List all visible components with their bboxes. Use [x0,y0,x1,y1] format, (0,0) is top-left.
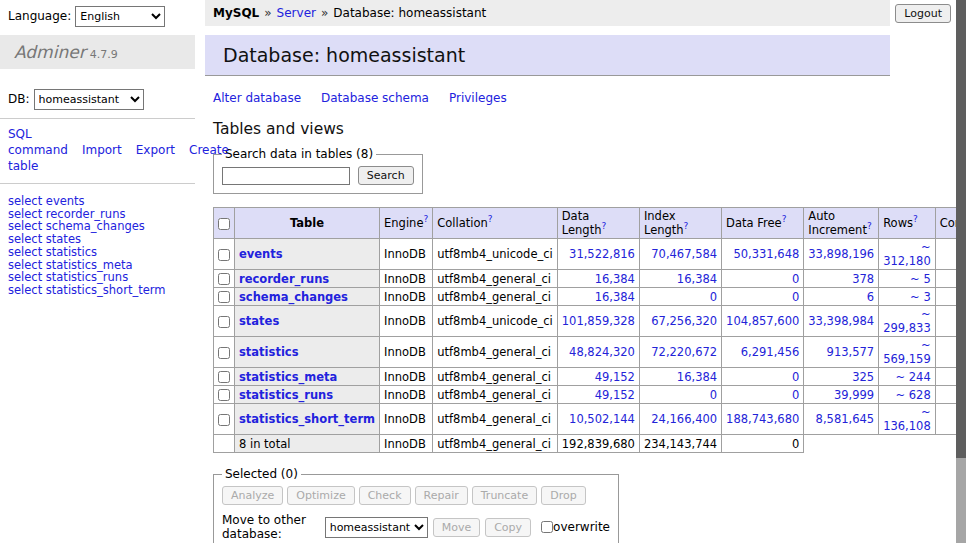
breadcrumb-server-link[interactable]: Server [277,6,316,20]
engine-cell: InnoDB [380,239,433,270]
index-length-cell: 16,384 [639,368,721,386]
help-link-icon[interactable]: ? [913,214,918,224]
sidebar-item-select-statistics-short-term[interactable]: select statistics_short_term [8,284,187,297]
table-name-link[interactable]: states [239,314,279,328]
row-checkbox[interactable] [218,414,230,426]
table-name-cell: statistics_short_term [235,404,380,435]
total-engine-cell: InnoDB [380,435,433,453]
table-name-link[interactable]: statistics [239,345,299,359]
help-link-icon[interactable]: ? [782,214,787,224]
row-checkbox-cell [214,288,235,306]
column-header-data-free: Data Free? [722,208,804,239]
search-input[interactable] [222,167,350,185]
data-free-cell: 0 [722,386,804,404]
move-database-select[interactable]: homeassistant [325,517,428,538]
select-all-checkbox[interactable] [218,218,230,230]
table-name-link[interactable]: schema_changes [239,290,348,304]
sidebar-item-select-events[interactable]: select events [8,195,187,208]
main-content: MySQL » Server » Database: homeassistant… [205,0,890,543]
auto-increment-cell: 6 [804,288,879,306]
sidebar-table-list: select events select recorder_runs selec… [0,184,195,307]
overwrite-label: overwrite [553,520,610,534]
sidebar-link-export[interactable]: Export [136,143,175,157]
auto-increment-cell: 8,581,645 [804,404,879,435]
row-checkbox[interactable] [218,347,230,359]
sidebar-link-import[interactable]: Import [82,143,122,157]
truncate-button[interactable]: Truncate [472,486,537,505]
logout-button[interactable]: Logout [895,4,951,23]
column-header-index-length: Index Length? [639,208,721,239]
data-length-cell: 16,384 [557,288,639,306]
row-checkbox[interactable] [218,371,230,383]
overwrite-checkbox[interactable] [541,521,553,533]
selected-fieldset: Selected (0) AnalyzeOptimizeCheckRepairT… [213,467,619,543]
table-name-link[interactable]: statistics_meta [239,370,337,384]
db-label: DB: [8,92,30,106]
total-row: 8 in totalInnoDButf8mb4_general_ci192,83… [214,435,966,453]
language-select[interactable]: English [75,6,165,27]
row-checkbox[interactable] [218,291,230,303]
repair-button[interactable]: Repair [415,486,468,505]
app-version: 4.7.9 [90,48,118,61]
sidebar-item-select-statistics[interactable]: select statistics [8,246,187,259]
collation-cell: utf8mb4_general_ci [433,386,558,404]
total-data-free-cell: 0 [722,435,804,453]
sidebar-link-sql-command[interactable]: SQL command [8,127,68,157]
move-button[interactable]: Move [433,518,481,537]
row-checkbox[interactable] [218,316,230,328]
collation-cell: utf8mb4_unicode_ci [433,239,558,270]
data-length-cell: 49,152 [557,386,639,404]
data-length-cell: 48,824,320 [557,337,639,368]
database-schema-link[interactable]: Database schema [321,91,429,105]
row-checkbox[interactable] [218,273,230,285]
sidebar-item-select-states[interactable]: select states [8,233,187,246]
help-link-icon[interactable]: ? [684,221,689,231]
index-length-cell: 16,384 [639,270,721,288]
row-checkbox-cell [214,337,235,368]
index-length-cell: 72,220,672 [639,337,721,368]
table-row: statistics_runsInnoDButf8mb4_general_ci4… [214,386,966,404]
alter-database-link[interactable]: Alter database [213,91,301,105]
table-name-link[interactable]: statistics_short_term [239,412,375,426]
row-checkbox[interactable] [218,249,230,261]
selected-buttons-row: AnalyzeOptimizeCheckRepairTruncateDrop [222,486,610,505]
help-link-icon[interactable]: ? [867,221,872,231]
vertical-scrollbar[interactable] [956,0,966,543]
data-free-cell: 0 [722,368,804,386]
move-row: Move to other database: homeassistant Mo… [222,513,610,541]
row-checkbox-cell [214,386,235,404]
table-name-link[interactable]: events [239,247,283,261]
app-name: Adminer [14,42,86,62]
index-length-cell: 24,166,400 [639,404,721,435]
data-length-cell: 16,384 [557,270,639,288]
data-free-cell: 0 [722,288,804,306]
drop-button[interactable]: Drop [541,486,585,505]
copy-button[interactable]: Copy [485,518,531,537]
collation-cell: utf8mb4_general_ci [433,288,558,306]
help-link-icon[interactable]: ? [423,214,428,224]
search-button[interactable]: Search [358,166,414,185]
database-nav-links: Alter databaseDatabase schemaPrivileges [213,91,890,105]
rows-count-cell: ~ 3 [879,288,936,306]
rows-count-cell: ~ 628 [879,386,936,404]
table-name-link[interactable]: recorder_runs [239,272,329,286]
data-length-cell: 10,502,144 [557,404,639,435]
privileges-link[interactable]: Privileges [449,91,507,105]
total-index-length-cell: 234,143,744 [639,435,721,453]
scrollbar-thumb[interactable] [956,0,966,458]
table-row: statesInnoDButf8mb4_unicode_ci101,859,32… [214,306,966,337]
breadcrumb-driver: MySQL [213,6,259,20]
engine-cell: InnoDB [380,306,433,337]
data-free-cell: 6,291,456 [722,337,804,368]
table-name-link[interactable]: statistics_runs [239,388,333,402]
engine-cell: InnoDB [380,368,433,386]
db-select[interactable]: homeassistant [34,89,144,110]
help-link-icon[interactable]: ? [488,214,493,224]
tables-heading: Tables and views [213,120,890,138]
check-button[interactable]: Check [359,486,411,505]
help-link-icon[interactable]: ? [601,221,606,231]
row-checkbox[interactable] [218,389,230,401]
optimize-button[interactable]: Optimize [287,486,354,505]
analyze-button[interactable]: Analyze [222,486,283,505]
column-header-collation: Collation? [433,208,558,239]
